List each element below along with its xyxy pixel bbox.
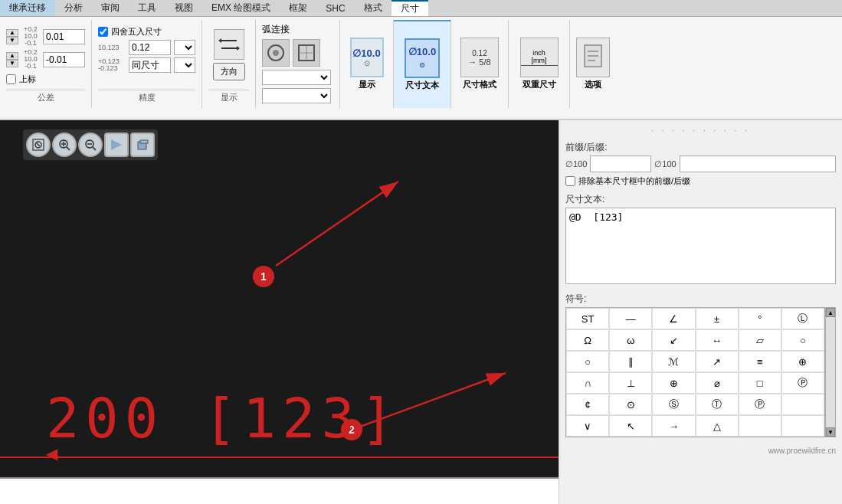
superscript-checkbox[interactable] bbox=[6, 74, 16, 84]
symbol-triple-bar[interactable]: ≡ bbox=[739, 351, 781, 372]
symbol-arc[interactable]: ∩ bbox=[566, 372, 609, 394]
display-section-label: 显示 bbox=[208, 90, 249, 105]
scroll-up-btn[interactable]: ▲ bbox=[826, 308, 835, 317]
upper-tolerance-input[interactable] bbox=[43, 29, 85, 44]
prefix-input-field[interactable] bbox=[590, 155, 651, 172]
symbol-s-circle[interactable]: Ⓢ bbox=[652, 394, 695, 415]
upper-spinner[interactable]: ▲ ▼ bbox=[6, 29, 18, 44]
symbol-circle-L[interactable]: Ⓛ bbox=[781, 308, 824, 329]
symbol-empty2 bbox=[739, 415, 781, 437]
symbol-arrow-lr[interactable]: ↔ bbox=[696, 329, 739, 351]
lower-up-arrow[interactable]: ▲ bbox=[6, 52, 18, 60]
format-text2: → 5/8 bbox=[468, 57, 490, 67]
watermark-text: www.proewildfire.cn bbox=[768, 447, 836, 455]
symbol-ST[interactable]: ST bbox=[566, 308, 609, 329]
symbol-diameter[interactable]: ⌀ bbox=[696, 372, 739, 394]
symbol-p-circle2[interactable]: Ⓟ bbox=[739, 394, 781, 415]
symbol-scrollbar[interactable]: ▲ ▼ bbox=[825, 307, 836, 437]
prefix-suffix-row: ∅100 ∅100 bbox=[565, 155, 836, 172]
options-icon[interactable] bbox=[576, 38, 610, 77]
svg-marker-23 bbox=[111, 139, 122, 150]
symbol-parallelogram[interactable]: ▱ bbox=[739, 329, 781, 351]
show-section: ∅10.0 ⊙ 显示 bbox=[340, 20, 394, 108]
tolerance-lower-row: ▲ ▼ +0.210.0-0.1 bbox=[6, 49, 85, 70]
options-label: 选项 bbox=[585, 79, 601, 90]
symbol-t-circle[interactable]: Ⓣ bbox=[696, 394, 739, 415]
double-dim-icon[interactable]: inch[mm] bbox=[520, 38, 559, 77]
symbol-script-m[interactable]: ℳ bbox=[652, 351, 695, 372]
exclude-checkbox[interactable] bbox=[565, 176, 575, 186]
dim-text-icon[interactable]: ∅10.0⊙ bbox=[405, 38, 440, 78]
lower-tolerance-input[interactable] bbox=[43, 52, 85, 67]
symbol-omega-upper[interactable]: Ω bbox=[566, 329, 609, 351]
symbol-cent[interactable]: ¢ bbox=[566, 394, 609, 415]
symbol-arrow-right[interactable]: → bbox=[652, 415, 695, 437]
zoom-in-button[interactable] bbox=[52, 133, 77, 157]
zoom-box-button[interactable] bbox=[26, 133, 51, 157]
menu-view[interactable]: 视图 bbox=[165, 0, 202, 16]
arc-connect-section: 弧连接 bbox=[256, 20, 340, 108]
menu-review[interactable]: 审阅 bbox=[92, 0, 129, 16]
symbol-plusminus[interactable]: ± bbox=[696, 308, 739, 329]
dimension-display-icon[interactable]: ∅10.0 ⊙ bbox=[350, 38, 384, 77]
menu-dimension[interactable]: 尺寸 bbox=[392, 0, 428, 16]
symbol-check[interactable]: ∨ bbox=[566, 415, 609, 437]
symbol-dash[interactable]: — bbox=[609, 308, 652, 329]
prefix-icon-label1: ∅100 bbox=[565, 159, 587, 169]
bottom-red-line bbox=[0, 457, 559, 458]
symbol-angle[interactable]: ∠ bbox=[652, 308, 695, 329]
symbol-degree[interactable]: ° bbox=[739, 308, 781, 329]
menu-format[interactable]: 格式 bbox=[355, 0, 392, 16]
dim-text-label: 尺寸文本 bbox=[405, 80, 439, 91]
precision-select1[interactable]: ▼ bbox=[174, 40, 195, 55]
symbol-circle2[interactable]: ○ bbox=[566, 351, 609, 372]
canvas-area[interactable]: 1 2 200 [123] ◀ bbox=[0, 120, 559, 504]
direction-arrows-icon[interactable] bbox=[214, 29, 244, 60]
arc-select1[interactable] bbox=[262, 70, 331, 85]
symbol-arrow-dl[interactable]: ↙ bbox=[652, 329, 695, 351]
arc-box-icon bbox=[293, 39, 320, 67]
precision-input1[interactable] bbox=[129, 40, 171, 55]
upper-down-arrow[interactable]: ▼ bbox=[6, 37, 18, 44]
symbol-perp[interactable]: ⊥ bbox=[609, 372, 652, 394]
crop-button[interactable] bbox=[104, 133, 129, 157]
precision-section-label: 精度 bbox=[98, 90, 195, 105]
symbol-parallel[interactable]: ∥ bbox=[609, 351, 652, 372]
annotation-1-label: 1 bbox=[260, 270, 267, 283]
direction-button[interactable]: 方向 bbox=[213, 63, 245, 80]
symbol-empty3 bbox=[781, 415, 824, 437]
precision-select2[interactable]: ▼ bbox=[174, 57, 195, 73]
symbol-triangle[interactable]: △ bbox=[696, 415, 739, 437]
precision-input2[interactable] bbox=[129, 57, 171, 73]
dim-format-icon[interactable]: 0.12 → 5/8 bbox=[460, 38, 499, 77]
menu-emx[interactable]: EMX 绘图模式 bbox=[202, 0, 280, 16]
arc-select2[interactable] bbox=[262, 88, 331, 103]
symbol-at-m[interactable]: ⊕ bbox=[652, 372, 695, 394]
menu-shc[interactable]: SHC bbox=[316, 0, 354, 16]
scroll-down-btn[interactable]: ▼ bbox=[826, 427, 835, 437]
round-checkbox[interactable] bbox=[98, 27, 108, 37]
dim-text-section: ∅10.0⊙ 尺寸文本 bbox=[394, 20, 451, 108]
lower-down-arrow[interactable]: ▼ bbox=[6, 60, 18, 67]
symbol-circle-p[interactable]: Ⓟ bbox=[781, 372, 824, 394]
double-dim-section: inch[mm] 双重尺寸 bbox=[509, 20, 570, 108]
upper-up-arrow[interactable]: ▲ bbox=[6, 29, 18, 37]
cube-button[interactable] bbox=[130, 133, 155, 157]
menu-frame[interactable]: 框架 bbox=[280, 0, 316, 16]
symbol-square[interactable]: □ bbox=[739, 372, 781, 394]
menu-analysis[interactable]: 分析 bbox=[55, 0, 92, 16]
symbol-circle-dot[interactable]: ⊙ bbox=[609, 394, 652, 415]
menu-tools[interactable]: 工具 bbox=[129, 0, 165, 16]
symbol-arrow-ur[interactable]: ↗ bbox=[696, 351, 739, 372]
lower-spinner[interactable]: ▲ ▼ bbox=[6, 52, 18, 67]
superscript-row: 上标 bbox=[6, 74, 85, 85]
round-label: 四舍五入尺寸 bbox=[111, 26, 162, 38]
dim-text-textarea[interactable]: @D [123] bbox=[565, 208, 836, 284]
symbol-circle-plus[interactable]: ⊕ bbox=[781, 351, 824, 372]
suffix-input-field[interactable] bbox=[680, 155, 836, 172]
symbol-arrow-ul[interactable]: ↖ bbox=[609, 415, 652, 437]
symbol-omega-lower[interactable]: ω bbox=[609, 329, 652, 351]
menu-inherit[interactable]: 继承迁移 bbox=[0, 0, 55, 16]
zoom-out-button[interactable] bbox=[78, 133, 103, 157]
symbol-circle1[interactable]: ○ bbox=[781, 329, 824, 351]
